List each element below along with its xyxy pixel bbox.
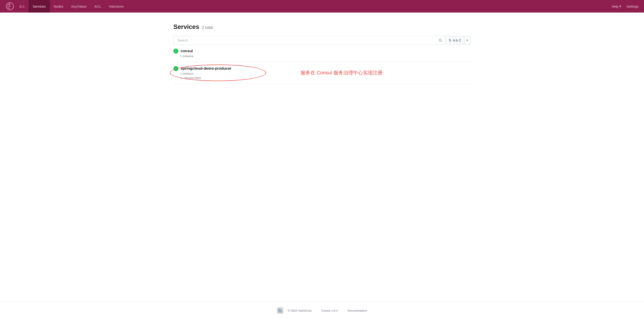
service-instances: 1 Instance [174,55,282,58]
footer-version: Consul 1.8.4 [321,309,338,312]
chevron-down-icon: ▾ [466,39,468,42]
footer-docs-link[interactable]: Documentation [348,309,367,312]
service-name-row: ✓ consul [174,49,282,54]
tag-icon: 🏷 [180,76,183,80]
nav-keyvalue[interactable]: Key/Value [67,0,90,13]
page-title: Services [174,23,199,31]
settings-link[interactable]: Settings [626,5,639,8]
sort-dropdown-button[interactable]: ▾ [464,36,470,44]
service-instances: 1 Instance [174,72,282,75]
datacenter-label[interactable]: dc1 [17,5,27,8]
main-content: Services 2 total ⇅ A to Z ▾ ✓ [161,13,483,302]
search-bar: ⇅ A to Z ▾ [174,36,470,45]
nav-intentions[interactable]: Intentions [105,0,128,13]
services-count: 2 total [202,25,213,30]
sort-icon: ⇅ [449,39,451,42]
status-passing-icon: ✓ [174,66,178,71]
nav-acl[interactable]: ACL [90,0,105,13]
chevron-down-icon: ▾ [620,4,621,8]
service-tags: 🏷 secure=false [174,76,282,80]
service-name: springcloud-demo-producer [180,66,232,71]
search-input[interactable] [174,36,436,44]
help-label: Help [612,5,618,8]
service-name: consul [180,49,193,53]
service-name-row: ✓ springcloud-demo-producer [174,66,282,71]
search-icon [438,39,442,42]
navbar: dc1 Services Nodes Key/Value ACL Intenti… [0,0,644,13]
table-row[interactable]: ✓ consul 1 Instance [174,45,470,62]
annotation-cell: 服务在 Consul 服务治理中心实现注册 [282,62,470,84]
sort-label: A to Z [453,39,461,42]
nav-right-area: Help ▾ Settings [612,4,639,8]
consul-logo[interactable] [5,2,14,11]
annotation-cell-empty [282,45,470,62]
status-passing-icon: ✓ [174,49,178,54]
footer-sep2: · [342,309,343,312]
services-table: ✓ consul 1 Instance ✓ springcloud-demo-p… [174,45,470,84]
page-header: Services 2 total [174,23,470,31]
footer-sep: · [316,309,317,312]
footer-copyright: © 2020 HashiCorp [288,309,312,312]
sort-button[interactable]: ⇅ A to Z [445,36,464,44]
table-row[interactable]: ✓ springcloud-demo-producer 1 Instance 🏷… [174,62,470,84]
hashicorp-logo [277,307,283,314]
nav-services[interactable]: Services [29,0,50,13]
svg-point-1 [9,6,10,7]
svg-point-2 [10,4,10,5]
svg-line-4 [441,41,442,42]
annotation-text: 服务在 Consul 服务治理中心实现注册 [300,70,383,76]
tag-value: secure=false [184,76,201,80]
nav-nodes[interactable]: Nodes [50,0,67,13]
search-button[interactable] [436,36,445,44]
help-menu[interactable]: Help ▾ [612,4,621,8]
footer: © 2020 HashiCorp · Consul 1.8.4 · Docume… [0,302,644,319]
service-info-cell: ✓ consul 1 Instance [174,45,282,62]
service-info-cell-highlighted: ✓ springcloud-demo-producer 1 Instance 🏷… [174,62,282,84]
